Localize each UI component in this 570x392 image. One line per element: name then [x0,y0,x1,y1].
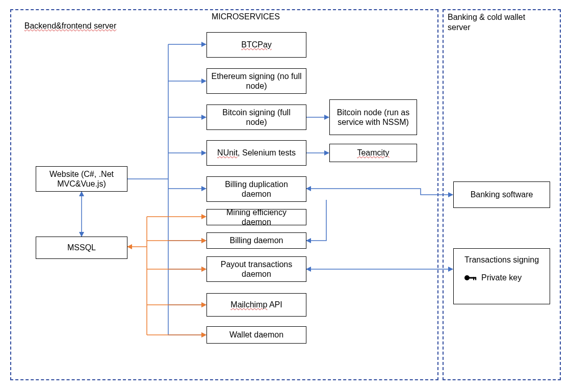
box-btcsign: Bitcoin signing (full node) [206,104,306,130]
microservices-title: MICROSERVICES [212,12,280,21]
box-billingdup: Billing duplication daemon [206,176,306,202]
box-txsign: Transactions signing Private key [453,248,550,304]
box-banksoft: Banking software [453,181,550,208]
box-ethsign: Ethereum signing (no full node) [206,68,306,94]
region-banking-title: Banking & cold wallet server [448,12,550,33]
private-key-label: Private key [481,273,522,282]
box-nunit: NUnit, Selenium tests [206,140,306,166]
box-payout: Payout transactions daemon [206,256,306,282]
box-mining: Mining efficiency daemon [206,209,306,225]
box-btcnode: Bitcoin node (run as service with NSSM) [329,99,417,135]
box-website: Website (C#, .Net MVC&Vue.js) [36,166,127,192]
box-billing: Billing daemon [206,232,306,249]
region-backend-title: Backend&frontend server [15,12,116,40]
svg-point-22 [464,275,470,280]
diagram-canvas: Backend&frontend server Banking & cold w… [0,0,570,392]
box-btcpay: BTCPay [206,32,306,58]
box-mailchimp: Mailchimp API [206,293,306,317]
box-wallet: Wallet daemon [206,326,306,344]
key-icon [464,274,477,281]
box-mssql: MSSQL [36,237,127,259]
box-teamcity: Teamcity [329,144,417,162]
svg-rect-23 [469,277,476,278]
svg-rect-25 [475,277,476,280]
svg-rect-24 [473,277,474,280]
